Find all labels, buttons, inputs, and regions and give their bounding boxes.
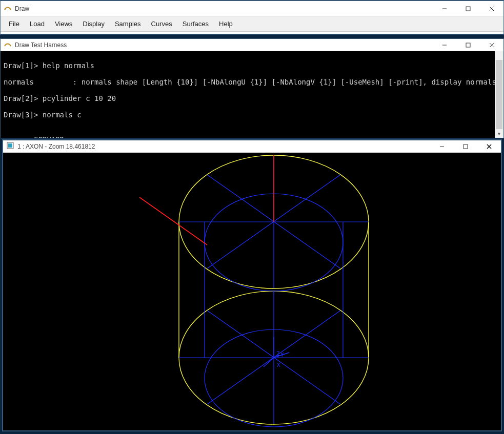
axis-label-y: Y <box>280 352 284 358</box>
maximize-button[interactable] <box>456 2 480 16</box>
minimize-button[interactable] <box>430 139 454 154</box>
window-controls <box>430 139 501 154</box>
console-line: Draw[1]> help normals <box>4 61 500 70</box>
minimize-button[interactable] <box>433 2 456 16</box>
menu-surfaces[interactable]: Surfaces <box>178 18 213 30</box>
console-titlebar[interactable]: Draw Test Harness <box>1 39 503 51</box>
console-window: Draw Test Harness Draw[1]> help normals … <box>0 38 504 138</box>
svg-rect-11 <box>8 143 12 148</box>
view-icon <box>6 141 14 151</box>
menu-curves[interactable]: Curves <box>147 18 176 30</box>
minimize-button[interactable] <box>433 38 456 52</box>
axis-label-x: X <box>277 362 280 368</box>
menu-load[interactable]: Load <box>26 18 49 30</box>
app-icon <box>4 40 12 50</box>
app-icon <box>4 4 12 13</box>
maximize-button[interactable] <box>456 38 480 52</box>
draw-title: Draw <box>15 5 29 12</box>
menu-file[interactable]: File <box>5 18 24 30</box>
console-line: normals : normals shape [Length {10}] [-… <box>4 78 500 86</box>
menubar: File Load Views Display Samples Curves S… <box>1 16 503 32</box>
svg-rect-3 <box>466 7 470 11</box>
console-scrollbar[interactable]: ▲ ▼ <box>495 51 503 138</box>
window-controls <box>433 2 503 16</box>
scroll-down-arrow[interactable]: ▼ <box>495 129 503 138</box>
axon-window: 1 : AXON - Zoom 18.461812 <box>2 139 502 431</box>
axon-canvas[interactable]: Z Y X <box>3 153 501 430</box>
axis-label-z: Z <box>276 350 280 357</box>
console-line: rouge FORWARD <box>4 135 500 138</box>
draw-main-window: Draw File Load Views Display Samples Cur… <box>0 0 504 35</box>
console-line: Draw[3]> normals c <box>4 111 500 119</box>
close-button[interactable] <box>480 38 503 52</box>
close-button[interactable] <box>477 139 501 154</box>
menu-views[interactable]: Views <box>51 18 76 30</box>
axon-titlebar[interactable]: 1 : AXON - Zoom 18.461812 <box>3 140 501 153</box>
svg-point-0 <box>5 9 6 10</box>
console-body[interactable]: Draw[1]> help normals normals : normals … <box>1 51 503 138</box>
draw-titlebar[interactable]: Draw <box>1 1 503 16</box>
scroll-track[interactable] <box>495 60 503 129</box>
menu-display[interactable]: Display <box>78 18 109 30</box>
menu-help[interactable]: Help <box>215 18 237 30</box>
close-button[interactable] <box>480 2 503 16</box>
axon-title: 1 : AXON - Zoom 18.461812 <box>17 143 95 150</box>
console-line: Draw[2]> pcylinder c 10 20 <box>4 94 500 102</box>
svg-line-36 <box>264 358 274 367</box>
svg-rect-7 <box>466 43 470 47</box>
menu-samples[interactable]: Samples <box>111 18 145 30</box>
window-controls <box>433 38 503 52</box>
scroll-thumb[interactable] <box>496 60 502 129</box>
svg-line-33 <box>139 197 207 245</box>
svg-point-1 <box>10 9 11 10</box>
svg-rect-13 <box>463 144 468 149</box>
maximize-button[interactable] <box>454 139 477 154</box>
console-title: Draw Test Harness <box>15 42 67 49</box>
